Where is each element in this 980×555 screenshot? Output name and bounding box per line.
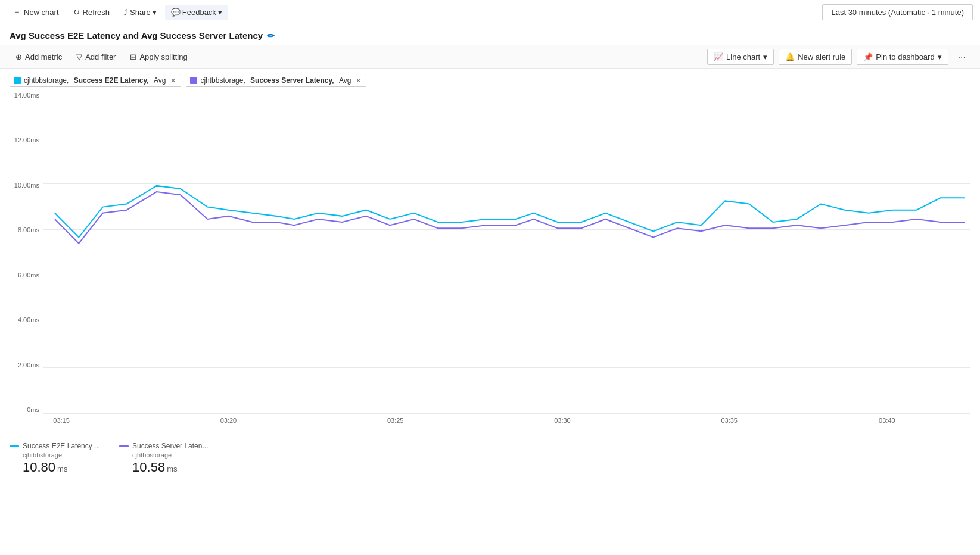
metric-tags-container: cjhtbbstorage, Success E2E Latency, Avg … (0, 69, 980, 92)
filter-icon: ▽ (76, 52, 82, 61)
plus-icon: ＋ (13, 7, 21, 17)
refresh-button[interactable]: ↻ Refresh (67, 5, 116, 20)
bell-icon: 🔔 (785, 52, 795, 61)
pin-label: Pin to dashboard (876, 52, 934, 61)
legend-value-e2e: 10.80 ms (10, 460, 100, 475)
x-label-3: 03:30 (554, 417, 571, 424)
x-label-5: 03:40 (879, 417, 895, 424)
y-label-5: 4.00ms (10, 316, 39, 323)
feedback-label: Feedback (182, 8, 216, 17)
chevron-down-icon: ▾ (218, 8, 222, 17)
tag-metric-2: Success Server Latency, (250, 76, 336, 85)
pin-to-dashboard-button[interactable]: 📌 Pin to dashboard ▾ (857, 49, 948, 65)
y-label-3: 8.00ms (10, 226, 39, 233)
legend-color-server (119, 445, 129, 447)
metrics-toolbar: ⊕ Add metric ▽ Add filter ⊞ Apply splitt… (0, 45, 980, 69)
chart-type-button[interactable]: 📈 Line chart ▾ (707, 49, 774, 65)
split-icon: ⊞ (130, 52, 136, 61)
alert-label: New alert rule (798, 52, 845, 61)
tag-metric-1: Success E2E Latency, (74, 76, 151, 85)
chart-svg (43, 92, 970, 413)
x-label-0: 03:15 (53, 417, 70, 424)
share-button[interactable]: ⤴ Share ▾ (118, 5, 163, 20)
apply-splitting-label: Apply splitting (139, 52, 187, 61)
share-icon: ⤴ (124, 8, 128, 17)
legend-color-e2e (10, 445, 19, 447)
edit-icon[interactable]: ✏ (267, 31, 275, 40)
add-metric-icon: ⊕ (15, 52, 22, 61)
main-toolbar: ＋ New chart ↻ Refresh ⤴ Share ▾ 💬 Feedba… (0, 0, 980, 24)
metric-tag-server: cjhtbbstorage, Success Server Latency, A… (186, 74, 366, 87)
legend-value-server: 10.58 ms (119, 460, 208, 475)
legend-number-server: 10.58 (132, 460, 165, 475)
new-chart-label: New chart (24, 8, 59, 17)
chevron-down-icon: ▾ (938, 52, 942, 61)
metric-tag-e2e: cjhtbbstorage, Success E2E Latency, Avg … (10, 74, 181, 87)
chart-area: 14.00ms 12.00ms 10.00ms 8.00ms 6.00ms 4.… (0, 92, 980, 437)
e2e-latency-line (55, 186, 965, 238)
tag-agg-1: Avg (154, 76, 166, 85)
refresh-icon: ↻ (73, 8, 80, 17)
time-range-button[interactable]: Last 30 minutes (Automatic · 1 minute) (822, 4, 973, 20)
y-axis-labels: 14.00ms 12.00ms 10.00ms 8.00ms 6.00ms 4.… (10, 92, 39, 413)
time-range-label: Last 30 minutes (Automatic · 1 minute) (831, 8, 964, 17)
x-label-1: 03:20 (220, 417, 237, 424)
legend-item-server: Success Server Laten... cjhtbbstorage 10… (119, 442, 208, 475)
legend-area: Success E2E Latency ... cjhtbbstorage 10… (0, 437, 980, 485)
tag-color-dot (14, 77, 21, 84)
y-label-1: 12.00ms (10, 136, 39, 144)
chart-title-bar: Avg Success E2E Latency and Avg Success … (0, 24, 980, 45)
pin-icon: 📌 (863, 52, 873, 61)
legend-number-e2e: 10.80 (23, 460, 55, 475)
share-label: Share (130, 8, 151, 17)
legend-subtitle-e2e: cjhtbbstorage (10, 451, 100, 459)
legend-title-server: Success Server Laten... (132, 442, 208, 450)
legend-unit-server: ms (167, 464, 177, 473)
y-label-4: 6.00ms (10, 272, 39, 279)
add-metric-label: Add metric (25, 52, 62, 61)
refresh-label: Refresh (83, 8, 110, 17)
more-options-button[interactable]: ··· (953, 49, 970, 65)
legend-item-header-e2e: Success E2E Latency ... (10, 442, 100, 450)
new-alert-rule-button[interactable]: 🔔 New alert rule (779, 49, 852, 65)
tag-storage-2: cjhtbbstorage, (200, 76, 247, 85)
line-chart-icon: 📈 (714, 52, 723, 61)
y-label-0: 14.00ms (10, 92, 39, 99)
legend-title-e2e: Success E2E Latency ... (23, 442, 100, 450)
new-chart-button[interactable]: ＋ New chart (7, 4, 65, 20)
tag-remove-button-2[interactable]: ✕ (356, 77, 361, 85)
chevron-down-icon: ▾ (763, 52, 767, 61)
tag-storage-1: cjhtbbstorage, (24, 76, 71, 85)
chart-title: Avg Success E2E Latency and Avg Success … (10, 30, 263, 40)
feedback-button[interactable]: 💬 Feedback ▾ (165, 5, 228, 20)
apply-splitting-button[interactable]: ⊞ Apply splitting (124, 49, 193, 64)
add-metric-button[interactable]: ⊕ Add metric (10, 49, 68, 64)
y-label-7: 0ms (10, 406, 39, 413)
tag-color-dot (190, 77, 197, 84)
chart-type-label: Line chart (726, 52, 760, 61)
server-latency-line (55, 192, 965, 244)
feedback-icon: 💬 (171, 8, 181, 17)
legend-subtitle-server: cjhtbbstorage (119, 451, 208, 459)
legend-item-e2e: Success E2E Latency ... cjhtbbstorage 10… (10, 442, 100, 475)
chart-inner (43, 92, 970, 413)
tag-remove-button-1[interactable]: ✕ (170, 77, 176, 85)
tag-agg-2: Avg (339, 76, 351, 85)
y-label-2: 10.00ms (10, 182, 39, 189)
chevron-down-icon: ▾ (153, 8, 157, 17)
y-label-6: 2.00ms (10, 361, 39, 369)
legend-item-header-server: Success Server Laten... (119, 442, 208, 450)
right-actions: 📈 Line chart ▾ 🔔 New alert rule 📌 Pin to… (707, 49, 970, 65)
ellipsis-icon: ··· (958, 52, 966, 62)
x-axis: 03:15 03:20 03:25 03:30 03:35 03:40 (43, 413, 970, 437)
x-label-2: 03:25 (387, 417, 404, 424)
x-label-4: 03:35 (721, 417, 738, 424)
add-filter-button[interactable]: ▽ Add filter (70, 49, 122, 64)
add-filter-label: Add filter (85, 52, 116, 61)
legend-unit-e2e: ms (57, 464, 67, 473)
